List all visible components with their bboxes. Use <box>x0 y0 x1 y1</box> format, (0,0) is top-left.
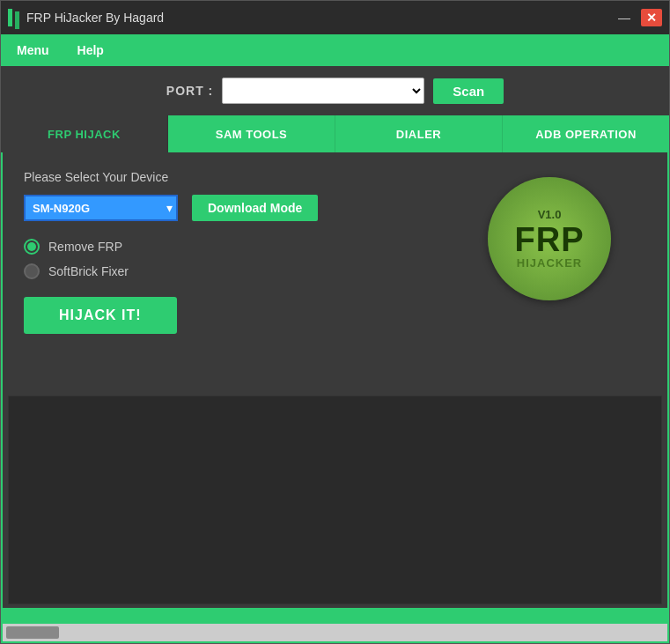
port-select[interactable] <box>222 78 424 104</box>
logo-version: V1.0 <box>538 208 562 221</box>
tab-sam-tools[interactable]: SAM TOOLS <box>168 115 335 152</box>
hijack-button[interactable]: HIJACK IT! <box>24 297 177 334</box>
tab-dialer[interactable]: DIALER <box>335 115 503 152</box>
minimize-button[interactable]: — <box>613 9 636 26</box>
titlebar: FRP HiJacker By Hagard — ✕ <box>1 1 669 34</box>
frp-logo-circle: V1.0 FRP HIJACKER <box>488 177 611 300</box>
app-logo <box>8 7 19 29</box>
device-select-wrapper: SM-N920G SM-G930F SM-G950F SM-J510F <box>24 195 178 221</box>
scan-button[interactable]: Scan <box>433 78 504 104</box>
radio-softbrick[interactable] <box>24 263 40 279</box>
menu-item-menu[interactable]: Menu <box>11 40 55 61</box>
frp-panel: Please Select Your Device SM-N920G SM-G9… <box>3 152 667 392</box>
titlebar-controls: — ✕ <box>613 9 662 26</box>
radio-remove-frp[interactable] <box>24 239 40 255</box>
logo-subtitle: HIJACKER <box>517 256 582 270</box>
tabbar: FRP HIJACK SAM TOOLS DIALER ADB OPERATIO… <box>1 115 669 152</box>
bottom-accent-bar <box>3 608 667 624</box>
portbar: PORT : Scan <box>1 66 669 115</box>
scrollbar-thumb[interactable] <box>6 626 59 639</box>
console-output <box>8 396 662 605</box>
scrollbar-area[interactable] <box>3 624 667 641</box>
device-select[interactable]: SM-N920G SM-G930F SM-G950F SM-J510F <box>24 195 178 221</box>
port-label: PORT : <box>166 84 213 98</box>
download-mode-button[interactable]: Download Mode <box>192 195 318 221</box>
titlebar-left: FRP HiJacker By Hagard <box>8 7 164 29</box>
menu-item-help[interactable]: Help <box>72 40 109 61</box>
window-title: FRP HiJacker By Hagard <box>26 11 164 25</box>
logo-bar1 <box>8 9 12 26</box>
device-row: SM-N920G SM-G930F SM-G950F SM-J510F Down… <box>24 195 646 221</box>
logo-bar2 <box>15 11 19 29</box>
logo-main-text: FRP <box>515 223 585 256</box>
radio-label-softbrick: SoftBrick Fixer <box>48 264 129 278</box>
tab-adb-operation[interactable]: ADB OPERATION <box>503 115 669 152</box>
radio-label-remove-frp: Remove FRP <box>48 240 122 254</box>
close-button[interactable]: ✕ <box>641 9 662 26</box>
main-window: FRP HiJacker By Hagard — ✕ Menu Help POR… <box>0 0 670 644</box>
menubar: Menu Help <box>1 34 669 66</box>
tab-frp-hijack[interactable]: FRP HIJACK <box>1 115 168 152</box>
main-content: Please Select Your Device SM-N920G SM-G9… <box>1 152 669 643</box>
